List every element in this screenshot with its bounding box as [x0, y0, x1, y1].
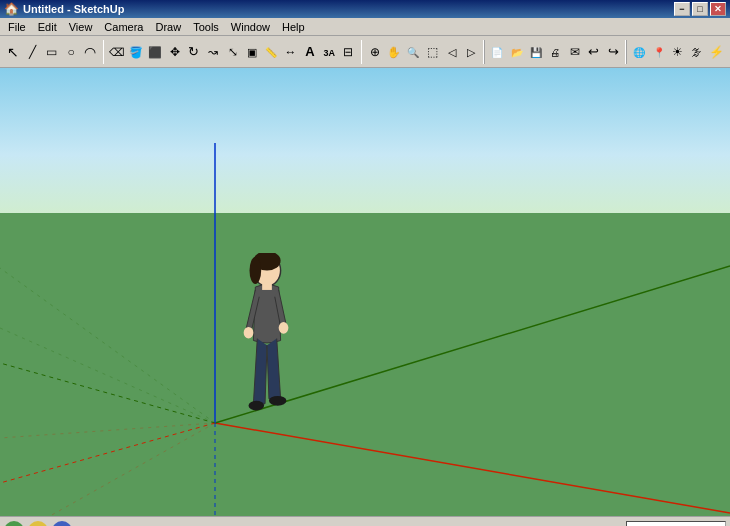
close-button[interactable]: ✕	[710, 2, 726, 16]
menu-window[interactable]: Window	[225, 20, 276, 34]
separator-1	[103, 40, 105, 64]
titlebar: 🏠 Untitled - SketchUp − □ ✕	[0, 0, 730, 18]
email-tool[interactable]	[565, 40, 583, 64]
titlebar-left: 🏠 Untitled - SketchUp	[4, 2, 124, 16]
separator-4	[625, 40, 627, 64]
eraser-tool[interactable]	[107, 40, 125, 64]
pan-tool[interactable]	[385, 40, 403, 64]
scale-tool[interactable]	[223, 40, 241, 64]
separator-2	[361, 40, 363, 64]
titlebar-controls[interactable]: − □ ✕	[674, 2, 726, 16]
rotate-tool[interactable]	[185, 40, 203, 64]
line-tool[interactable]	[23, 40, 41, 64]
offset-tool[interactable]	[243, 40, 261, 64]
menu-draw[interactable]: Draw	[149, 20, 187, 34]
zoom-tool[interactable]	[404, 40, 422, 64]
section-tool[interactable]	[339, 40, 357, 64]
green-axis-neg	[0, 363, 215, 423]
menu-camera[interactable]: Camera	[98, 20, 149, 34]
yellow-status-icon[interactable]: ●	[28, 521, 48, 527]
follow-tool[interactable]	[204, 40, 222, 64]
viewport[interactable]	[0, 68, 730, 516]
geoloc-tool[interactable]	[650, 40, 668, 64]
zoomwin-tool[interactable]	[423, 40, 441, 64]
circle-tool[interactable]	[62, 40, 80, 64]
redo-tool[interactable]	[604, 40, 622, 64]
dim-tool[interactable]	[281, 40, 299, 64]
svg-rect-7	[262, 282, 272, 290]
shadow-tool[interactable]	[669, 40, 687, 64]
minimize-button[interactable]: −	[674, 2, 690, 16]
toolbar	[0, 36, 730, 68]
match-tool[interactable]	[707, 40, 725, 64]
green-status-icon[interactable]: ●	[4, 521, 24, 527]
measurements-box[interactable]: Measurements	[626, 521, 726, 527]
grid-line-4	[50, 423, 215, 516]
grid-line-3	[0, 423, 215, 438]
svg-point-4	[279, 322, 289, 334]
tape-tool[interactable]	[262, 40, 280, 64]
app-icon: 🏠	[4, 2, 19, 16]
help-status-icon[interactable]: ?	[52, 521, 72, 527]
scene-svg	[0, 68, 730, 516]
svg-point-2	[250, 257, 262, 284]
separator-3	[483, 40, 485, 64]
move-tool[interactable]	[165, 40, 183, 64]
red-axis-neg	[0, 423, 215, 483]
titlebar-title: Untitled - SketchUp	[23, 3, 124, 15]
grid-line-2	[0, 328, 215, 423]
new-tool[interactable]	[488, 40, 506, 64]
open-tool[interactable]	[507, 40, 525, 64]
maximize-button[interactable]: □	[692, 2, 708, 16]
push-tool[interactable]	[146, 40, 164, 64]
menu-edit[interactable]: Edit	[32, 20, 63, 34]
grid-line-1	[0, 268, 215, 423]
menu-tools[interactable]: Tools	[187, 20, 225, 34]
select-tool[interactable]	[4, 40, 22, 64]
print-tool[interactable]	[546, 40, 564, 64]
statusbar: ● ● ? Select objects. Shift to extend se…	[0, 516, 730, 526]
fog-tool[interactable]	[688, 40, 706, 64]
save-tool[interactable]	[527, 40, 545, 64]
3dw-tool[interactable]	[630, 40, 648, 64]
menu-help[interactable]: Help	[276, 20, 311, 34]
arc-tool[interactable]	[81, 40, 99, 64]
undo-tool[interactable]	[585, 40, 603, 64]
svg-point-5	[249, 401, 265, 411]
paint-tool[interactable]	[127, 40, 145, 64]
menu-file[interactable]: File	[2, 20, 32, 34]
svg-point-3	[244, 327, 254, 339]
red-axis	[215, 423, 730, 513]
person-figure	[232, 253, 302, 428]
menubar: File Edit View Camera Draw Tools Window …	[0, 18, 730, 36]
statusbar-left: ● ● ? Select objects. Shift to extend se…	[4, 521, 411, 527]
text-tool[interactable]	[301, 40, 319, 64]
orbit-tool[interactable]	[365, 40, 383, 64]
prev-view-tool[interactable]	[443, 40, 461, 64]
svg-point-6	[269, 396, 287, 406]
menu-view[interactable]: View	[63, 20, 99, 34]
3dtext-tool[interactable]	[320, 40, 338, 64]
rect-tool[interactable]	[43, 40, 61, 64]
next-view-tool[interactable]	[462, 40, 480, 64]
